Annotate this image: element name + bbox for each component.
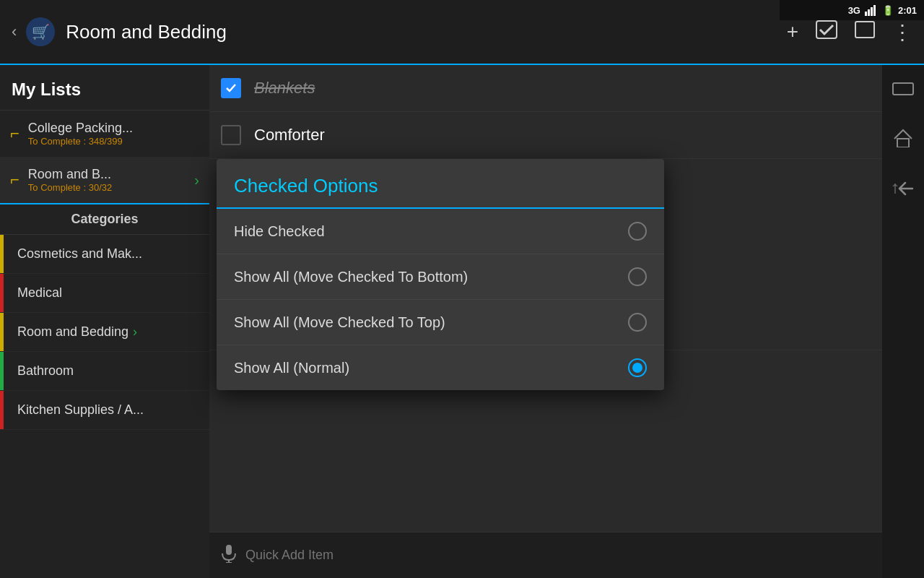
- option-label-bottom: Show All (Move Checked To Bottom): [234, 269, 628, 285]
- dialog-overlay: Checked Options Hide Checked Show All (M…: [0, 0, 924, 578]
- option-show-normal[interactable]: Show All (Normal): [217, 345, 664, 390]
- dialog-title: Checked Options: [234, 175, 378, 197]
- option-show-all-top[interactable]: Show All (Move Checked To Top): [217, 300, 664, 345]
- radio-inner-selected: [632, 363, 642, 373]
- radio-show-normal[interactable]: [628, 358, 647, 377]
- checked-options-dialog: Checked Options Hide Checked Show All (M…: [217, 159, 664, 390]
- dialog-header: Checked Options: [217, 159, 664, 209]
- radio-show-top[interactable]: [628, 313, 647, 332]
- option-label-hide: Hide Checked: [234, 223, 628, 240]
- option-label-top: Show All (Move Checked To Top): [234, 314, 628, 331]
- option-show-all-bottom[interactable]: Show All (Move Checked To Bottom): [217, 254, 664, 300]
- option-hide-checked[interactable]: Hide Checked: [217, 209, 664, 254]
- option-label-normal: Show All (Normal): [234, 360, 628, 376]
- radio-show-bottom[interactable]: [628, 267, 647, 286]
- radio-hide-checked[interactable]: [628, 222, 647, 241]
